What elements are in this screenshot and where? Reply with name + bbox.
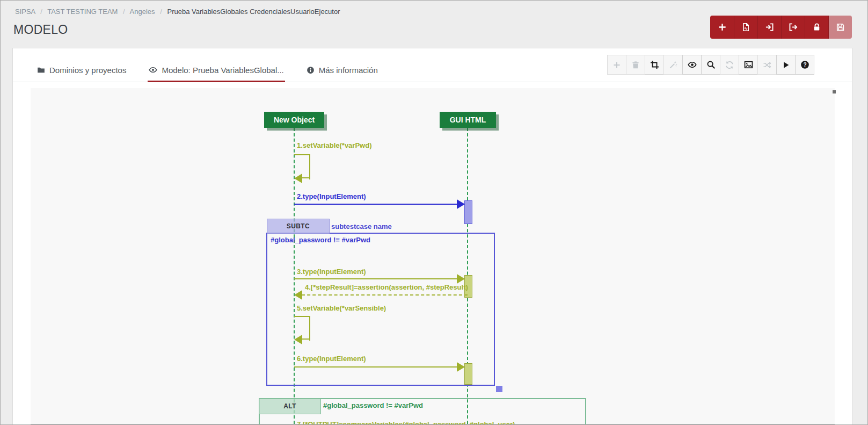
delete-button[interactable] [626,55,645,75]
tab-label: Dominios y proyectos [49,66,126,75]
message-arrowhead[interactable] [457,274,465,284]
message-arrowhead[interactable] [294,290,302,300]
import-button[interactable] [757,16,781,39]
search-button[interactable] [701,55,720,75]
breadcrumb-item-team[interactable]: TAST TESTING TEAM [47,8,118,16]
fragment-subtc-header[interactable]: SUBTC [267,219,330,234]
tab-modelo[interactable]: Modelo: Prueba VariablesGlobal... [148,59,285,82]
export-button[interactable] [781,16,805,39]
shuffle-button[interactable] [757,55,777,75]
content-card: Dominios y proyectos Modelo: Prueba Vari… [12,48,852,425]
tab-bar: Dominios y proyectos Modelo: Prueba Vari… [36,59,379,82]
header-action-group [710,16,852,39]
search-icon [706,60,716,69]
activation-bar[interactable] [464,200,472,224]
lifeline-head-new-object[interactable]: New Object [264,112,324,128]
save-icon [836,23,845,32]
message-label[interactable]: 2.type(InputElement) [297,192,366,200]
breadcrumb-item-sipsa[interactable]: SIPSA [15,8,35,16]
crop-icon [650,60,659,69]
add-button[interactable] [710,16,734,39]
app-window: SIPSA / TAST TESTING TEAM / Angeles / Pr… [0,0,868,425]
page-title: MODELO [13,23,68,37]
sync-icon [725,61,734,69]
message-line[interactable] [302,338,309,340]
fragment-resize-handle[interactable] [496,386,502,392]
file-report-icon [741,23,750,32]
play-icon [782,61,790,69]
message-return-line[interactable] [302,294,468,296]
canvas-corner-handle[interactable] [833,90,836,93]
message-line[interactable] [294,278,457,279]
diagram-canvas[interactable]: New Object GUI HTML 1.setVariable(*varPw… [31,88,835,424]
message-label[interactable]: 5.setVariable(*varSensible) [297,304,386,312]
run-button[interactable] [776,55,796,75]
tab-mas-informacion[interactable]: Más información [305,59,379,82]
lifeline-head-gui-html[interactable]: GUI HTML [440,112,496,128]
eye-icon [149,66,157,74]
fragment-alt-header[interactable]: ALT [259,398,321,414]
message-label[interactable]: 4.[*stepResult]=assertion(assertion, #st… [305,283,468,291]
breadcrumb-item-angeles[interactable]: Angeles [130,8,155,16]
folder-icon [37,66,45,74]
lock-button[interactable] [805,16,828,39]
image-icon [744,60,753,69]
breadcrumb-item-current: Prueba VariablesGlobales CredencialesUsu… [167,8,340,16]
breadcrumb-separator: / [160,8,162,16]
tab-label: Modelo: Prueba VariablesGlobal... [162,66,283,75]
message-line[interactable] [302,177,309,178]
message-label[interactable]: 3.type(InputElement) [297,268,366,276]
fragment-subtc-condition[interactable]: #global_password != #varPwd [271,236,370,244]
trash-icon [631,61,640,69]
info-icon [307,66,315,74]
magic-wand-icon [669,61,677,69]
fragment-subtc-name[interactable]: subtestcase name [331,222,392,230]
tab-dominios-y-proyectos[interactable]: Dominios y proyectos [36,59,127,82]
fragment-alt-condition[interactable]: #global_password != #varPwd [323,401,423,409]
activation-bar[interactable] [464,363,472,385]
breadcrumb: SIPSA / TAST TESTING TEAM / Angeles / Pr… [15,8,340,16]
preview-button[interactable] [682,55,702,75]
add-element-button[interactable] [607,55,626,75]
message-arrowhead[interactable] [457,199,465,209]
tab-label: Más información [319,66,378,75]
plus-icon [718,23,727,32]
svg-text:?: ? [803,62,806,68]
eye-icon [688,60,697,69]
message-label[interactable]: 7.[*OUTPUT]=compareVariables(#global_pas… [297,420,515,425]
breadcrumb-separator: / [123,8,125,16]
message-arrowhead[interactable] [294,335,302,344]
help-icon: ? [800,60,809,69]
help-button[interactable]: ? [795,55,814,75]
message-label[interactable]: 1.setVariable(*varPwd) [297,141,371,149]
message-arrowhead[interactable] [294,174,302,183]
sign-in-icon [765,23,774,32]
shuffle-icon [763,61,771,69]
breadcrumb-separator: / [40,8,42,16]
save-button[interactable] [828,16,852,39]
message-arrowhead[interactable] [457,362,465,372]
message-label[interactable]: 6.type(InputElement) [297,355,366,363]
image-export-button[interactable] [739,55,758,75]
magic-wand-button[interactable] [663,55,683,75]
sign-out-icon [789,23,798,32]
crop-button[interactable] [645,55,664,75]
plus-icon [612,61,621,69]
lock-icon [812,23,821,32]
diagram-toolbar: ? [608,55,814,75]
message-line[interactable] [294,204,457,205]
refresh-button[interactable] [720,55,739,75]
message-line[interactable] [294,366,457,368]
report-button[interactable] [734,16,757,39]
